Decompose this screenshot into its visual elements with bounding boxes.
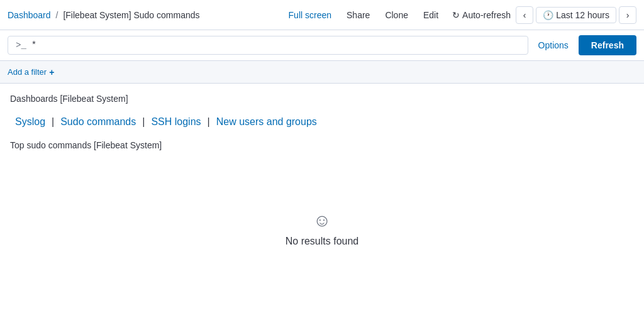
time-range-selector[interactable]: 🕐 Last 12 hours (536, 7, 616, 23)
top-nav: Dashboard / [Filebeat System] Sudo comma… (0, 0, 644, 30)
no-results-container: ☺ No results found (10, 160, 634, 272)
no-results-icon: ☺ (313, 211, 331, 231)
breadcrumb-dashboard-link[interactable]: Dashboard (8, 10, 51, 20)
main-content: Dashboards [Filebeat System] Syslog | Su… (0, 84, 644, 282)
add-filter-link[interactable]: Add a filter + (8, 67, 54, 77)
plus-icon: + (49, 67, 54, 77)
tab-syslog[interactable]: Syslog (15, 116, 45, 128)
edit-link[interactable]: Edit (423, 10, 438, 20)
time-prev-button[interactable]: ‹ (516, 6, 533, 24)
clone-link[interactable]: Clone (385, 10, 408, 20)
tab-sep-3: | (208, 116, 210, 128)
search-prompt: >_ (16, 40, 26, 50)
add-filter-label: Add a filter (8, 67, 47, 77)
search-bar: >_ * Options Refresh (0, 30, 644, 61)
tab-ssh-logins[interactable]: SSH logins (151, 116, 201, 128)
auto-refresh-button[interactable]: ↻ Auto-refresh (452, 10, 511, 20)
tab-sep-2: | (142, 116, 145, 128)
time-next-button[interactable]: › (619, 6, 636, 24)
time-range-label: Last 12 hours (556, 10, 609, 20)
tab-new-users-groups[interactable]: New users and groups (216, 116, 317, 128)
tab-sep-1: | (52, 116, 54, 128)
filter-bar: Add a filter + (0, 61, 644, 84)
refresh-button[interactable]: Refresh (579, 35, 636, 55)
options-button[interactable]: Options (533, 40, 574, 50)
auto-refresh-label: Auto-refresh (462, 10, 511, 20)
search-input-wrapper[interactable]: >_ * (8, 36, 528, 55)
breadcrumb-separator: / (56, 10, 58, 20)
breadcrumb-current-page: [Filebeat System] Sudo commands (63, 10, 199, 20)
refresh-icon: ↻ (452, 10, 460, 20)
section-title: Top sudo commands [Filebeat System] (10, 140, 634, 150)
tab-sudo-commands[interactable]: Sudo commands (60, 116, 136, 128)
share-link[interactable]: Share (347, 10, 370, 20)
clock-icon: 🕐 (543, 10, 553, 20)
search-query-value: * (31, 40, 520, 50)
dashboard-section-label: Dashboards [Filebeat System] (10, 94, 634, 104)
fullscreen-link[interactable]: Full screen (289, 10, 331, 20)
no-results-text: No results found (286, 236, 359, 247)
tab-navigation: Syslog | Sudo commands | SSH logins | Ne… (10, 116, 634, 128)
